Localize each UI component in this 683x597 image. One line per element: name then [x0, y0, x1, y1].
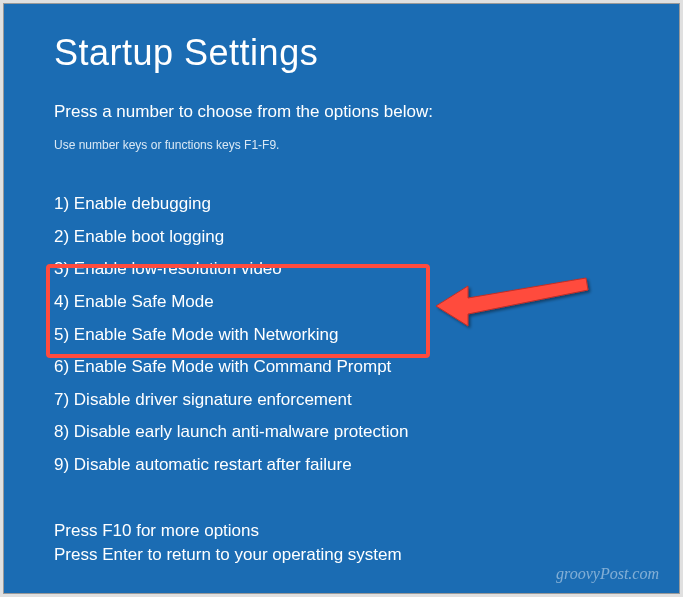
footer-more: Press F10 for more options — [54, 521, 402, 541]
option-5[interactable]: 5) Enable Safe Mode with Networking — [54, 323, 629, 348]
option-7[interactable]: 7) Disable driver signature enforcement — [54, 388, 629, 413]
instruction-text: Use number keys or functions keys F1-F9. — [54, 138, 629, 152]
footer-return: Press Enter to return to your operating … — [54, 545, 402, 565]
subtitle-text: Press a number to choose from the option… — [54, 102, 629, 122]
footer-hints: Press F10 for more options Press Enter t… — [54, 517, 402, 565]
option-2[interactable]: 2) Enable boot logging — [54, 225, 629, 250]
option-9[interactable]: 9) Disable automatic restart after failu… — [54, 453, 629, 478]
startup-settings-screen: Startup Settings Press a number to choos… — [3, 3, 680, 594]
page-title: Startup Settings — [54, 32, 629, 74]
options-list: 1) Enable debugging 2) Enable boot loggi… — [54, 192, 629, 478]
watermark: groovyPost.com — [556, 565, 659, 583]
option-8[interactable]: 8) Disable early launch anti-malware pro… — [54, 420, 629, 445]
option-6[interactable]: 6) Enable Safe Mode with Command Prompt — [54, 355, 629, 380]
option-3[interactable]: 3) Enable low-resolution video — [54, 257, 629, 282]
option-1[interactable]: 1) Enable debugging — [54, 192, 629, 217]
option-4[interactable]: 4) Enable Safe Mode — [54, 290, 629, 315]
